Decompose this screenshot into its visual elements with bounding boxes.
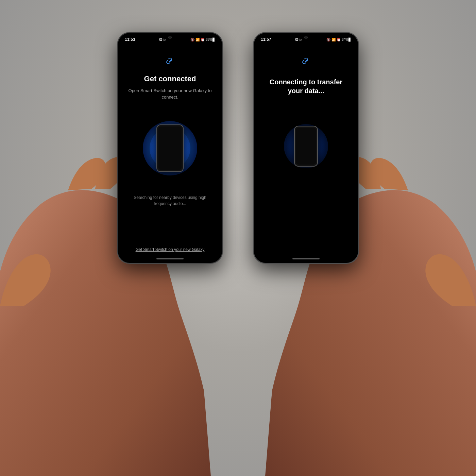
battery-right: 34%▊	[342, 38, 351, 41]
wifi-icon-right: 📶	[332, 38, 336, 41]
bottom-link-left[interactable]: Get Smart Switch on your new Galaxy	[136, 247, 205, 252]
alarm-icon-left: ⏰	[201, 38, 205, 41]
notif-icon-left: 🖼	[159, 38, 163, 41]
mini-phone-left	[156, 124, 184, 172]
camera-notch-left	[168, 36, 172, 39]
home-indicator-left	[156, 258, 184, 259]
notif-icon-right: 🖼	[295, 38, 299, 41]
phone-left: 11:53 🖼 ▷ 🔇 📶 ⏰ 35%▊	[117, 32, 223, 264]
animation-area-left	[136, 111, 204, 186]
home-indicator-right	[292, 258, 320, 259]
play-icon-right: ▷	[300, 38, 302, 41]
time-right: 11:57	[261, 37, 271, 42]
camera-notch-right	[304, 36, 308, 39]
phone-right: 11:57 🖼 ▷ 🔇 📶 ⏰ 34%▊	[253, 32, 359, 264]
animation-area-right	[272, 109, 340, 184]
play-icon-left: ▷	[164, 38, 166, 41]
phones-container: 11:53 🖼 ▷ 🔇 📶 ⏰ 35%▊	[0, 0, 476, 476]
battery-left: 35%▊	[206, 38, 215, 41]
screen-content-left: Get connected Open Smart Switch on your …	[118, 43, 222, 263]
phone-right-screen: 11:57 🖼 ▷ 🔇 📶 ⏰ 34%▊	[254, 33, 358, 263]
mini-phone-right	[294, 126, 318, 167]
screen-content-right: Connecting to transfer your data...	[254, 43, 358, 263]
mute-icon-right: 🔇	[326, 38, 330, 41]
alarm-icon-right: ⏰	[337, 38, 341, 41]
mini-phone-screen-right	[296, 128, 316, 165]
time-left: 11:53	[125, 37, 135, 42]
title-right: Connecting to transfer your data...	[262, 78, 350, 95]
phone-left-screen: 11:53 🖼 ▷ 🔇 📶 ⏰ 35%▊	[118, 33, 222, 263]
title-left: Get connected	[144, 74, 196, 84]
link-icon-left	[165, 55, 175, 69]
search-text-left: Searching for nearby devices using high …	[126, 194, 214, 207]
mini-phone-screen-left	[158, 126, 182, 170]
mute-icon-left: 🔇	[190, 38, 194, 41]
link-icon-right	[301, 55, 311, 69]
wifi-icon-left: 📶	[196, 38, 200, 41]
subtitle-left: Open Smart Switch on your new Galaxy to …	[126, 87, 214, 101]
